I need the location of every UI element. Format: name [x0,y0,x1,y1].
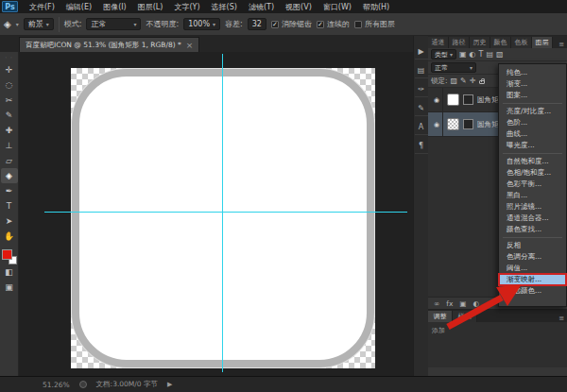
menu-window[interactable]: 窗口(W) [318,2,357,12]
filter-type-select[interactable]: 类型 ▾ [431,49,456,60]
eyedropper-tool[interactable]: ✎ [1,108,18,123]
zoom-level-field[interactable]: 51.26% [43,381,70,389]
brush-panel-icon[interactable]: ✑ [415,85,428,97]
menu-item-channel-mixer[interactable]: 通道混合器... [499,213,566,224]
opacity-select[interactable]: 100% ▾ [183,18,220,30]
path-selection-tool[interactable]: ➤ [1,213,18,229]
menu-item-vibrance[interactable]: 自然饱和度... [499,156,566,167]
menu-item-selective-color[interactable]: 可选颜色... [499,285,566,297]
blend-mode-select[interactable]: 正常 ▾ [86,18,141,30]
visibility-eye-icon[interactable]: ◉ [431,88,443,111]
layer-thumbnail[interactable] [447,94,459,106]
tab-color[interactable]: 颜色 [490,37,511,48]
layer-mask-icon[interactable]: ▣ [459,299,466,308]
menu-item-gradient-map[interactable]: 渐变映射... [499,274,566,285]
vertical-guide[interactable] [222,54,223,372]
menu-item-threshold[interactable]: 阈值... [499,263,566,274]
contiguous-checkbox[interactable]: ✓ 连续的 [317,19,350,29]
filter-pixel-icon[interactable]: ▣ [459,50,467,59]
type-tool[interactable]: T [1,198,18,213]
all-layers-checkbox[interactable]: 所有图层 [354,19,395,29]
layer-blend-mode-select[interactable]: 正常 ▾ [431,62,476,73]
link-layers-icon[interactable]: ∞ [434,299,439,308]
panel-grip[interactable]: · · [5,54,13,60]
crop-tool[interactable]: ✂ [1,93,18,108]
menu-item-color-balance[interactable]: 色彩平衡... [499,179,566,190]
lock-pixels-icon[interactable]: ✎ [460,77,467,85]
filter-type-icon[interactable]: T [479,50,484,59]
clone-stamp-tool[interactable]: ⊥ [1,138,18,153]
styles-panel-icon[interactable]: ▤ [415,66,428,78]
tab-styles[interactable]: 样式 [453,311,477,322]
menu-item-invert[interactable]: 反相 [499,240,566,251]
menu-select[interactable]: 选择(S) [206,2,243,12]
menu-item-posterize[interactable]: 色调分离... [499,251,566,263]
menu-item-solid-color[interactable]: 纯色... [499,67,566,78]
rounded-rectangle-shape[interactable] [72,69,374,367]
menu-item-hue-saturation[interactable]: 色相/饱和度... [499,167,566,179]
menu-item-curves[interactable]: 曲线... [499,128,566,140]
menu-item-exposure[interactable]: 曝光度... [499,140,566,151]
foreground-color-swatch[interactable] [2,249,12,260]
menu-layer[interactable]: 图层(L) [132,2,169,12]
move-tool[interactable]: ✛ [1,62,18,77]
pen-tool[interactable]: ✒ [1,183,18,198]
menu-item-brightness-contrast[interactable]: 亮度/对比度... [499,106,566,117]
paragraph-panel-icon[interactable]: ¶ [415,142,428,154]
brush-presets-panel-icon[interactable]: ✎ [415,104,428,116]
paint-bucket-tool[interactable]: ◈ [1,168,18,183]
menu-item-color-lookup[interactable]: 颜色查找... [499,224,566,235]
healing-brush-tool[interactable]: ✚ [1,123,18,138]
screen-mode-button[interactable]: ▣ [1,280,18,295]
visibility-eye-icon[interactable]: ◉ [431,112,443,136]
quick-mask-button[interactable]: ◧ [1,264,18,280]
menu-filter[interactable]: 滤镜(T) [243,2,280,12]
tab-layers[interactable]: 图层 [532,37,553,48]
tab-paths[interactable]: 路径 [449,37,470,48]
lasso-tool[interactable]: ◌ [1,77,18,93]
lock-transparency-icon[interactable]: ▨ [451,77,458,85]
filter-smart-icon[interactable]: ▧ [496,50,504,59]
status-expand-icon[interactable]: ▶ [167,381,172,388]
document-canvas[interactable] [71,68,375,368]
menu-item-gradient[interactable]: 渐变... [499,78,566,90]
canvas-area[interactable] [19,52,413,376]
fill-source-select[interactable]: 前景 ▾ [24,18,54,30]
panel-menu-icon[interactable]: ≡ [556,41,567,48]
adjustment-layer-icon[interactable]: ◐ [472,299,479,308]
filter-adjustment-icon[interactable]: ◐ [470,50,476,59]
layer-thumbnail[interactable] [447,118,459,130]
tool-preset-caret-icon[interactable]: ▾ [16,21,19,27]
tab-adjustments[interactable]: 调整 [428,311,453,322]
document-tab[interactable]: 百度贴吧ICON @ 51.3% (圆角矩形 1, RGB/8) * × [19,37,199,52]
layer-mask-thumbnail[interactable] [463,94,473,105]
tolerance-input[interactable]: 32 [248,18,266,30]
menu-help[interactable]: 帮助(H) [357,2,395,12]
lock-all-icon[interactable] [479,80,485,84]
collapse-panels-icon[interactable]: ▶ [415,47,428,60]
panel-menu-icon[interactable]: ≡ [556,315,567,322]
tab-history[interactable]: 历史 [470,37,490,48]
menu-item-black-white[interactable]: 黑白... [499,190,566,201]
menu-file[interactable]: 文件(F) [24,2,60,12]
tab-channels[interactable]: 通道 [428,37,449,48]
tab-swatches[interactable]: 色板 [511,37,532,48]
layer-vector-mask-thumbnail[interactable] [463,119,473,129]
menu-item-levels[interactable]: 色阶... [499,117,566,128]
character-panel-icon[interactable]: A [415,123,428,135]
lock-position-icon[interactable]: ✛ [470,77,476,85]
filter-shape-icon[interactable]: ▤ [486,50,493,59]
antialias-checkbox[interactable]: ✓ 消除锯齿 [271,19,312,29]
close-icon[interactable]: × [186,41,194,50]
menu-item-photo-filter[interactable]: 照片滤镜... [499,201,566,213]
hand-tool[interactable]: ✋ [1,229,18,244]
menu-item-pattern[interactable]: 图案... [499,90,566,101]
clone-stamp-icon: ⊥ [6,141,13,150]
menu-image[interactable]: 图像(I) [97,2,132,12]
layer-effects-icon[interactable]: fx [446,299,453,308]
menu-view[interactable]: 视图(V) [280,2,318,12]
eraser-tool[interactable]: ▱ [1,153,18,168]
horizontal-guide[interactable] [44,212,407,213]
menu-type[interactable]: 文字(Y) [168,2,205,12]
menu-edit[interactable]: 编辑(E) [60,2,97,12]
